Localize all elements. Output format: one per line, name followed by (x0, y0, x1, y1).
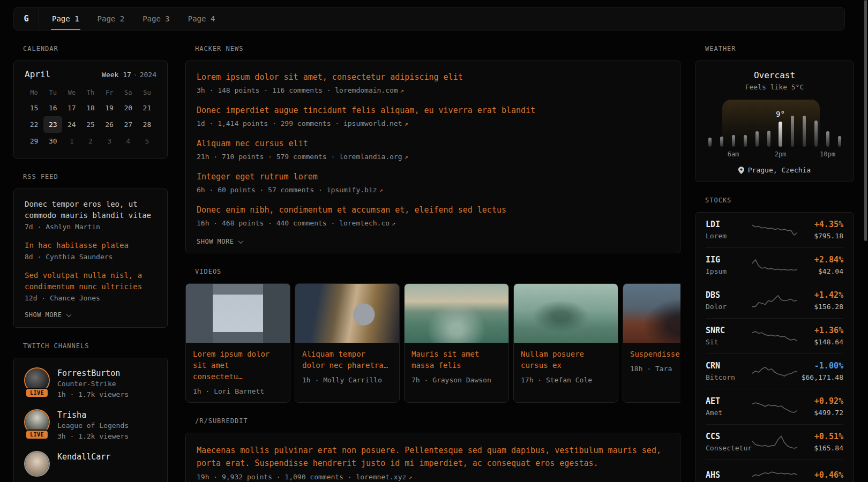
scrollbar-thumb[interactable] (864, 0, 867, 241)
tab-page-4[interactable]: Page 4 (187, 7, 216, 30)
news-item-stats: 3h · 148 points · 116 comments · (197, 86, 335, 94)
post-item-title[interactable]: Maecenas mollis pulvinar erat non posuer… (197, 444, 669, 470)
video-title[interactable]: Nullam posuere cursus ex (521, 350, 584, 370)
stock-sparkline (752, 292, 797, 308)
stock-id: DBSDolor (706, 290, 752, 311)
time-label: 10pm (820, 150, 835, 158)
rss-item-title[interactable]: Donec tempor eros leo, ut commodo mauris… (25, 199, 156, 221)
video-thumbnail (186, 284, 290, 343)
rss-item-title[interactable]: Sed volutpat nulla nisl, a condimentum n… (25, 270, 156, 292)
videos-row: Lorem ipsum dolor sit amet consectetu…1h… (185, 283, 680, 403)
stock-id: CRNBitcorn (706, 361, 752, 381)
stock-name: Lorem (706, 232, 752, 240)
weekday-label: Fr (100, 86, 119, 100)
weather-bar (767, 131, 770, 147)
tab-page-1[interactable]: Page 1 (51, 7, 80, 30)
stock-change: +2.84% (797, 255, 844, 265)
calendar-month: April (25, 69, 50, 79)
rss-widget: RSS FEED Donec tempor eros leo, ut commo… (13, 173, 168, 328)
weather-widget: WEATHER Overcast Feels like 5°C 9° 6am2p… (695, 45, 854, 182)
news-item-title[interactable]: Donec enim nibh, condimentum et accumsan… (197, 205, 669, 216)
avatar (25, 452, 49, 476)
news-item-title[interactable]: Aliquam nec cursus elit (197, 138, 669, 149)
video-title[interactable]: Lorem ipsum dolor sit amet consectetu… (193, 350, 270, 381)
video-title[interactable]: Aliquam tempor dolor nec pharetra… (302, 350, 388, 370)
calendar-day: 21 (138, 100, 156, 116)
twitch-channel-row[interactable]: KendallCarr (25, 451, 156, 478)
stocks-label: STOCKS (705, 197, 854, 204)
video-card[interactable]: Suspendisse diam18h · Tara (623, 283, 680, 403)
channel-name: KendallCarr (57, 451, 110, 462)
news-item-title[interactable]: Integer eget rutrum lorem (197, 171, 669, 183)
stock-id: LDILorem (706, 220, 752, 240)
stock-row[interactable]: AHS+0.46% (706, 460, 843, 482)
calendar-day-grid: 1516171819202122232425262728293012345 (25, 100, 156, 149)
bar (708, 138, 712, 147)
calendar-header: April Week 17·2024 (25, 69, 156, 79)
stock-row[interactable]: CCSConsectetur+0.51%$165.84 (706, 424, 843, 460)
news-item-meta: 16h · 468 points · 440 comments · loremt… (197, 219, 669, 227)
stock-row[interactable]: AETAmet+0.92%$499.72 (706, 389, 843, 424)
news-item: Lorem ipsum dolor sit amet, consectetur … (197, 72, 669, 94)
calendar-week-year: Week 17·2024 (102, 71, 156, 79)
video-card[interactable]: Nullam posuere cursus ex17h · Stefan Col… (513, 283, 618, 403)
video-card-body: Suspendisse diam18h · Tara (623, 343, 680, 380)
external-link-icon: ↗ (400, 87, 404, 94)
video-card[interactable]: Mauris sit amet massa felis7h · Grayson … (404, 283, 509, 403)
news-item-title[interactable]: Lorem ipsum dolor sit amet, consectetur … (197, 72, 669, 83)
video-thumbnail (623, 284, 680, 343)
stock-sparkline (752, 434, 797, 450)
video-meta: 17h · Stefan Cole (521, 376, 611, 384)
weather-bar (837, 136, 841, 147)
stock-values: +4.35%$795.18 (797, 220, 844, 240)
bar (838, 136, 841, 147)
bar (767, 131, 770, 147)
stocks-widget: STOCKS LDILorem+4.35%$795.18IIGIpsum+2.8… (695, 197, 854, 482)
news-item-title[interactable]: Donec imperdiet augue tincidunt felis al… (197, 105, 669, 116)
calendar-day: 2 (81, 133, 100, 149)
video-title[interactable]: Suspendisse diam (630, 350, 680, 358)
video-card[interactable]: Aliquam tempor dolor nec pharetra…1h · M… (295, 283, 400, 403)
post-item-domain: loremnet.xyz (356, 473, 406, 481)
scrollbar[interactable] (864, 0, 867, 482)
video-thumbnail (295, 284, 399, 343)
external-link-icon: ↗ (392, 220, 395, 227)
tab-page-3[interactable]: Page 3 (141, 7, 171, 30)
post-item: Maecenas mollis pulvinar erat non posuer… (197, 444, 669, 481)
stock-price: $66,171.48 (797, 373, 844, 381)
stock-row[interactable]: LDILorem+4.35%$795.18 (706, 213, 843, 247)
stock-row[interactable]: IIGIpsum+2.84%$42.04 (706, 247, 843, 283)
hackernews-show-more-button[interactable]: SHOW MORE (197, 238, 669, 245)
stock-row[interactable]: SNRCSit+1.36%$148.64 (706, 318, 843, 353)
stock-row[interactable]: CRNBitcorn-1.00%$66,171.48 (706, 353, 843, 389)
current-temp-label: 9° (776, 110, 785, 118)
twitch-channel-row[interactable]: LIVETrishaLeague of Legends3h · 1.2k vie… (25, 410, 156, 442)
stock-values: +0.51%$165.84 (797, 432, 844, 452)
channel-info: TrishaLeague of Legends3h · 1.2k viewers (57, 410, 129, 442)
app-logo[interactable]: G (14, 7, 39, 30)
time-label: 6am (728, 150, 739, 158)
hackernews-card: Lorem ipsum dolor sit amet, consectetur … (185, 61, 680, 253)
video-card[interactable]: Lorem ipsum dolor sit amet consectetu…1h… (185, 283, 290, 403)
tab-page-2[interactable]: Page 2 (96, 7, 126, 30)
twitch-channel-row[interactable]: LIVEForrestBurtonCounter-Strike1h · 1.7k… (25, 368, 156, 400)
videos-widget: VIDEOS Lorem ipsum dolor sit amet consec… (185, 268, 680, 403)
calendar-day: 17 (62, 100, 81, 116)
stock-symbol: LDI (706, 220, 752, 230)
weather-bar (814, 120, 818, 147)
bar (826, 131, 829, 147)
left-column: CALENDAR April Week 17·2024 MoTuWeThFrSa… (13, 45, 168, 482)
video-title[interactable]: Mauris sit amet massa felis (411, 350, 479, 370)
rss-card: Donec tempor eros leo, ut commodo mauris… (13, 189, 168, 328)
calendar-day-today: 23 (43, 116, 62, 133)
rss-item-title[interactable]: In hac habitasse platea (25, 240, 156, 251)
live-badge: LIVE (25, 430, 49, 440)
stock-row[interactable]: DBSDolor+1.42%$156.28 (706, 283, 843, 318)
dashboard-page: G Page 1Page 2Page 3Page 4 CALENDAR Apri… (0, 0, 868, 482)
calendar-day: 24 (62, 116, 81, 133)
news-item: Integer eget rutrum lorem6h · 60 points … (197, 171, 669, 194)
rss-label: RSS FEED (23, 173, 168, 180)
weekday-label: Mo (25, 86, 43, 100)
rss-show-more-button[interactable]: SHOW MORE (25, 311, 156, 319)
calendar-day: 29 (25, 133, 43, 149)
